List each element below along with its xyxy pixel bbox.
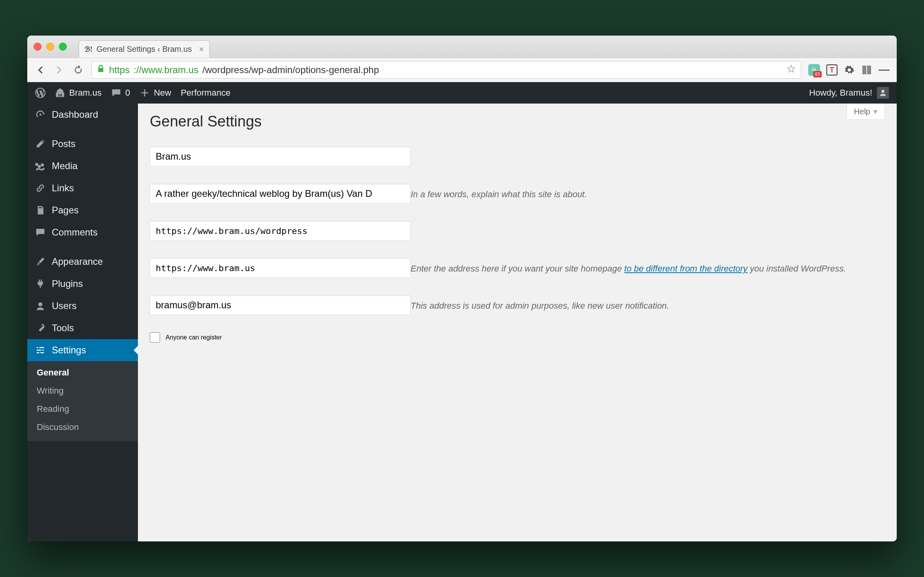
- favicon-icon: ℬ!: [85, 45, 92, 54]
- submenu-discussion[interactable]: Discussion: [27, 418, 138, 436]
- menu-posts[interactable]: Posts: [27, 133, 138, 155]
- menu-label: Users: [52, 300, 77, 311]
- wp-body: Dashboard Posts Media Links Pages: [27, 104, 897, 541]
- tab-title: General Settings ‹ Bram.us: [96, 45, 192, 54]
- link-different-directory[interactable]: to be different from the directory: [624, 264, 748, 273]
- input-tagline[interactable]: [150, 184, 411, 204]
- menu-appearance[interactable]: Appearance: [27, 251, 138, 273]
- menu-users[interactable]: Users: [27, 295, 138, 317]
- comments-count: 0: [125, 88, 130, 98]
- extension-columns-icon[interactable]: [861, 64, 872, 75]
- url-path: /wordpress/wp-admin/options-general.php: [202, 64, 379, 75]
- help-tab[interactable]: Help ▾: [847, 104, 885, 120]
- avatar-icon: [877, 87, 889, 99]
- reload-button[interactable]: [72, 64, 84, 76]
- menu-dashboard[interactable]: Dashboard: [27, 104, 138, 126]
- row-site-title: [150, 138, 885, 175]
- performance-menu[interactable]: Performance: [181, 88, 230, 98]
- comments-menu[interactable]: 0: [111, 88, 130, 98]
- menu-settings[interactable]: Settings: [27, 339, 138, 361]
- url-scheme: https: [109, 64, 130, 75]
- submenu-reading[interactable]: Reading: [27, 400, 138, 418]
- desc-email: This address is used for admin purposes,…: [411, 299, 669, 315]
- browser-window: ℬ! General Settings ‹ Bram.us × https://…: [27, 36, 897, 541]
- checkbox-anyone-register[interactable]: [150, 332, 160, 343]
- lock-icon: [96, 64, 105, 75]
- wp-admin-bar: Bram.us 0 New Performance Howdy, Bramus!: [27, 82, 897, 104]
- input-site-url[interactable]: [150, 258, 411, 278]
- bookmark-star-icon[interactable]: [786, 64, 796, 76]
- menu-label: Settings: [52, 345, 86, 356]
- browser-tab[interactable]: ℬ! General Settings ‹ Bram.us ×: [79, 40, 210, 58]
- row-wp-url: [150, 212, 885, 249]
- menu-label: Links: [52, 183, 74, 194]
- menu-comments[interactable]: Comments: [27, 221, 138, 243]
- screen-meta: Help ▾: [847, 104, 885, 120]
- menu-tools[interactable]: Tools: [27, 317, 138, 339]
- new-content-menu[interactable]: New: [140, 88, 171, 98]
- settings-gear-icon[interactable]: [844, 64, 855, 75]
- menu-label: Comments: [52, 227, 98, 238]
- desc-site-url: Enter the address here if you want your …: [411, 262, 846, 278]
- extension-icons: T: [808, 64, 890, 76]
- content-area: Help ▾ General Settings In a few w: [138, 104, 897, 541]
- menu-label: Plugins: [52, 278, 83, 289]
- input-site-title[interactable]: [150, 147, 411, 166]
- maximize-window-button[interactable]: [59, 43, 67, 51]
- input-wp-url[interactable]: [150, 221, 411, 241]
- performance-label: Performance: [181, 88, 230, 98]
- submenu-general[interactable]: General: [27, 364, 138, 382]
- wp-admin-root: Bram.us 0 New Performance Howdy, Bramus!: [27, 82, 897, 541]
- chevron-down-icon: ▾: [873, 107, 877, 116]
- page-title: General Settings: [150, 104, 885, 138]
- desc-text: you installed WordPress.: [747, 264, 846, 273]
- address-bar[interactable]: https://www.bram.us/wordpress/wp-admin/o…: [91, 61, 801, 79]
- row-tagline: In a few words, explain what this site i…: [150, 175, 885, 212]
- user-account-menu[interactable]: Howdy, Bramus!: [809, 87, 889, 99]
- url-host: ://www.bram.us: [134, 64, 198, 75]
- close-window-button[interactable]: [34, 43, 41, 51]
- new-label: New: [154, 88, 171, 98]
- row-site-url: Enter the address here if you want your …: [150, 249, 885, 287]
- extension-feedly-icon[interactable]: [808, 64, 820, 76]
- forward-button[interactable]: [53, 64, 65, 76]
- input-email[interactable]: [150, 295, 411, 315]
- row-membership: Anyone can register: [150, 324, 885, 351]
- desc-tagline: In a few words, explain what this site i…: [411, 188, 587, 204]
- back-button[interactable]: [34, 64, 46, 76]
- window-controls: [34, 43, 67, 51]
- site-name-menu[interactable]: Bram.us: [55, 88, 102, 98]
- chrome-tab-strip: ℬ! General Settings ‹ Bram.us ×: [27, 36, 897, 58]
- wp-logo-menu[interactable]: [35, 88, 45, 98]
- site-name-label: Bram.us: [69, 88, 102, 98]
- menu-label: Media: [52, 160, 77, 172]
- membership-checkbox-label[interactable]: Anyone can register: [150, 332, 222, 343]
- submenu-writing[interactable]: Writing: [27, 382, 138, 400]
- menu-pages[interactable]: Pages: [27, 199, 138, 221]
- menu-label: Dashboard: [52, 109, 98, 120]
- close-tab-icon[interactable]: ×: [199, 44, 204, 55]
- row-email: This address is used for admin purposes,…: [150, 287, 885, 324]
- chrome-toolbar: https://www.bram.us/wordpress/wp-admin/o…: [27, 58, 897, 82]
- menu-links[interactable]: Links: [27, 177, 138, 199]
- menu-label: Appearance: [52, 256, 103, 267]
- settings-form: In a few words, explain what this site i…: [150, 138, 885, 351]
- menu-label: Pages: [52, 205, 79, 216]
- menu-plugins[interactable]: Plugins: [27, 273, 138, 295]
- extension-t-icon[interactable]: T: [826, 64, 837, 75]
- checkbox-label-text: Anyone can register: [166, 334, 222, 341]
- howdy-text: Howdy, Bramus!: [809, 88, 872, 98]
- menu-label: Tools: [52, 322, 74, 334]
- admin-sidebar: Dashboard Posts Media Links Pages: [27, 104, 138, 541]
- chrome-menu-icon[interactable]: [879, 64, 890, 75]
- menu-label: Posts: [52, 138, 75, 149]
- help-label: Help: [854, 107, 870, 116]
- submenu-settings: General Writing Reading Discussion: [27, 361, 138, 441]
- minimize-window-button[interactable]: [46, 43, 54, 51]
- menu-media[interactable]: Media: [27, 155, 138, 177]
- desc-text: Enter the address here if you want your …: [411, 264, 624, 273]
